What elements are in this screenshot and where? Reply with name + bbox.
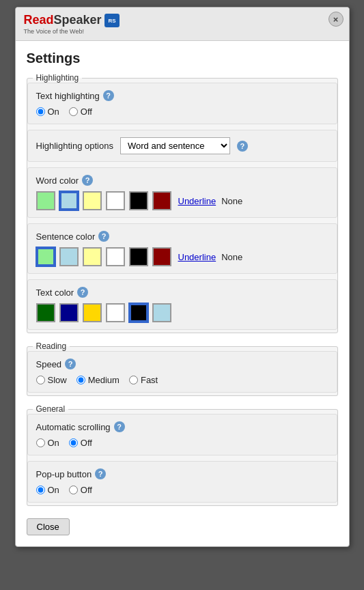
automatic-scrolling-subsection: Automatic scrolling ? On Off xyxy=(27,414,337,455)
word-color-swatch-light-blue[interactable] xyxy=(59,191,79,210)
logo-name-row: Read Speaker RS xyxy=(24,13,120,27)
sentence-color-label-row: Sentence color ? xyxy=(36,231,328,242)
popup-button-off-label[interactable]: Off xyxy=(69,485,92,495)
automatic-scrolling-off-radio[interactable] xyxy=(69,438,78,447)
speed-medium-radio[interactable] xyxy=(76,376,85,384)
text-highlighting-subsection: Text highlighting ? On Off xyxy=(27,83,337,124)
sentence-color-swatch-white[interactable] xyxy=(106,247,125,266)
reading-legend: Reading xyxy=(33,341,70,351)
text-color-subsection: Text color ? xyxy=(27,279,337,330)
speed-label-row: Speed ? xyxy=(36,359,328,369)
text-highlighting-on-text: On xyxy=(48,107,59,117)
popup-button-on-radio[interactable] xyxy=(36,486,45,494)
popup-button-label-row: Pop-up button ? xyxy=(36,468,328,479)
highlighting-options-row: Highlighting options Word and sentence W… xyxy=(36,137,328,154)
speed-radio-group: Slow Medium Fast xyxy=(36,375,328,385)
highlighting-options-select-wrapper: Word and sentence Word only Sentence onl… xyxy=(120,137,230,154)
speed-slow-radio[interactable] xyxy=(36,376,45,384)
sentence-color-subsection: Sentence color ? Underline None xyxy=(27,223,337,274)
highlighting-legend: Highlighting xyxy=(33,73,83,83)
dialog-header: Read Speaker RS The Voice of the Web! × xyxy=(16,8,349,41)
word-color-subsection: Word color ? Underline None xyxy=(27,167,337,218)
settings-title: Settings xyxy=(27,51,338,66)
svg-text:RS: RS xyxy=(108,18,116,24)
close-icon[interactable]: × xyxy=(328,12,344,27)
text-highlighting-off-label[interactable]: Off xyxy=(69,107,92,117)
word-color-swatch-white[interactable] xyxy=(106,191,125,210)
speed-medium-label[interactable]: Medium xyxy=(76,375,120,385)
highlighting-options-select[interactable]: Word and sentence Word only Sentence onl… xyxy=(120,137,230,154)
automatic-scrolling-label: Automatic scrolling xyxy=(36,422,111,432)
text-color-help-icon[interactable]: ? xyxy=(77,287,88,298)
word-color-swatch-light-yellow[interactable] xyxy=(83,191,102,210)
word-color-none[interactable]: None xyxy=(221,196,242,206)
automatic-scrolling-on-radio[interactable] xyxy=(36,438,45,447)
sentence-color-swatch-light-green[interactable] xyxy=(36,247,55,266)
text-highlighting-on-radio[interactable] xyxy=(36,107,45,116)
popup-button-off-radio[interactable] xyxy=(69,486,78,494)
word-color-swatch-dark-red[interactable] xyxy=(152,191,171,210)
word-color-label-row: Word color ? xyxy=(36,175,328,186)
automatic-scrolling-label-row: Automatic scrolling ? xyxy=(36,421,328,432)
popup-button-on-label[interactable]: On xyxy=(36,485,59,495)
sentence-color-swatch-dark-red[interactable] xyxy=(152,247,171,266)
text-color-row xyxy=(36,303,328,322)
automatic-scrolling-off-label[interactable]: Off xyxy=(69,438,92,448)
text-color-swatch-white[interactable] xyxy=(106,303,125,322)
text-color-swatch-dark-blue[interactable] xyxy=(59,303,79,322)
logo-tagline: The Voice of the Web! xyxy=(24,28,120,35)
logo-read: Read xyxy=(24,13,54,27)
sentence-color-swatch-light-blue[interactable] xyxy=(59,247,79,266)
text-highlighting-off-radio[interactable] xyxy=(69,107,78,116)
automatic-scrolling-help-icon[interactable]: ? xyxy=(114,421,125,432)
text-color-swatch-dark-green[interactable] xyxy=(36,303,55,322)
automatic-scrolling-on-label[interactable]: On xyxy=(36,438,59,448)
logo-speaker: Speaker xyxy=(54,13,102,27)
sentence-color-help-icon[interactable]: ? xyxy=(98,231,109,242)
automatic-scrolling-radio-group: On Off xyxy=(36,438,328,448)
general-section: General Automatic scrolling ? On Off xyxy=(27,404,338,506)
speed-help-icon[interactable]: ? xyxy=(65,359,76,369)
text-color-swatch-light-blue[interactable] xyxy=(152,303,171,322)
word-color-label: Word color xyxy=(36,175,79,186)
text-highlighting-label-row: Text highlighting ? xyxy=(36,90,328,101)
text-highlighting-radio-group: On Off xyxy=(36,107,328,117)
speed-slow-label[interactable]: Slow xyxy=(36,375,67,385)
popup-button-label: Pop-up button xyxy=(36,469,92,479)
logo-text: Read Speaker RS The Voice of the Web! xyxy=(24,13,120,35)
speed-subsection: Speed ? Slow Medium Fast xyxy=(27,351,337,393)
sentence-color-label: Sentence color xyxy=(36,231,96,242)
word-color-help-icon[interactable]: ? xyxy=(82,175,93,186)
popup-button-help-icon[interactable]: ? xyxy=(95,468,106,479)
speed-medium-text: Medium xyxy=(88,375,120,385)
popup-button-off-text: Off xyxy=(81,485,92,495)
highlighting-options-help-icon[interactable]: ? xyxy=(237,141,248,152)
automatic-scrolling-on-text: On xyxy=(48,438,59,448)
popup-button-radio-group: On Off xyxy=(36,485,328,495)
sentence-color-swatch-light-yellow[interactable] xyxy=(83,247,102,266)
text-color-label-row: Text color ? xyxy=(36,287,328,298)
text-highlighting-help-icon[interactable]: ? xyxy=(103,90,114,101)
speed-fast-radio[interactable] xyxy=(129,376,138,384)
text-highlighting-label: Text highlighting xyxy=(36,91,100,101)
sentence-color-underline-link[interactable]: Underline xyxy=(178,252,216,262)
word-color-swatch-black[interactable] xyxy=(129,191,148,210)
dialog-body: Settings Highlighting Text highlighting … xyxy=(16,41,349,546)
word-color-swatch-light-green[interactable] xyxy=(36,191,55,210)
highlighting-section: Highlighting Text highlighting ? On Off xyxy=(27,73,338,333)
text-highlighting-off-text: Off xyxy=(81,107,92,117)
word-color-underline-link[interactable]: Underline xyxy=(178,196,216,206)
speed-fast-text: Fast xyxy=(141,375,158,385)
general-legend: General xyxy=(33,404,69,414)
text-color-swatch-black[interactable] xyxy=(129,303,148,322)
automatic-scrolling-off-text: Off xyxy=(81,438,92,448)
text-color-swatch-yellow[interactable] xyxy=(83,303,102,322)
logo: Read Speaker RS The Voice of the Web! xyxy=(24,13,120,35)
text-highlighting-on-label[interactable]: On xyxy=(36,107,59,117)
speed-fast-label[interactable]: Fast xyxy=(129,375,158,385)
close-button[interactable]: Close xyxy=(27,518,70,535)
sentence-color-none[interactable]: None xyxy=(221,252,242,262)
sentence-color-swatch-black[interactable] xyxy=(129,247,148,266)
speed-label: Speed xyxy=(36,359,62,369)
highlighting-options-subsection: Highlighting options Word and sentence W… xyxy=(27,130,337,162)
